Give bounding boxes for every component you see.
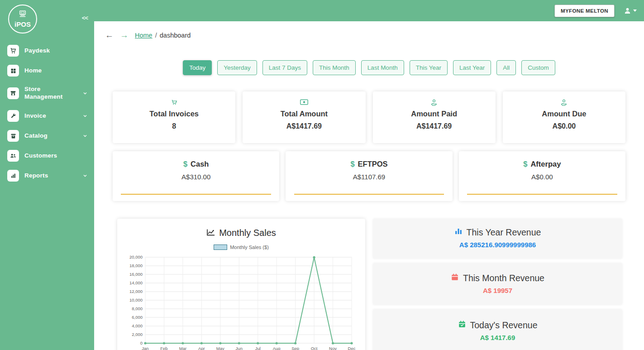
chevron-down-icon [633,10,637,12]
svg-text:12,000: 12,000 [129,289,143,294]
svg-text:8,000: 8,000 [132,306,143,311]
stat-value: A$0.00 [503,122,625,130]
chevron-down-icon [82,133,88,139]
topbar: MYFONE MELTON [0,0,644,21]
filter-last-year-button[interactable]: Last Year [453,60,491,75]
accent-underline [294,194,444,195]
svg-text:Dec: Dec [348,346,356,350]
revenue-title: Today's Revenue [373,320,622,331]
revenue-title: This Year Revenue [373,227,622,238]
store-button[interactable]: MYFONE MELTON [554,5,615,17]
filter-custom-button[interactable]: Custom [521,60,555,75]
sidebar-item-reports[interactable]: Reports [0,166,94,186]
amount-paid-card: Amount Paid A$1417.69 [373,91,496,143]
filter-all-button[interactable]: All [496,60,516,75]
stat-value: A$1417.69 [243,122,365,130]
svg-text:0: 0 [140,340,143,345]
svg-text:14,000: 14,000 [129,280,143,285]
sidebar-item-catalog[interactable]: Catalog [0,126,94,146]
filter-last-7-days-button[interactable]: Last 7 Days [262,60,307,75]
stat-title: Amount Due [503,110,625,118]
svg-text:Jan: Jan [142,346,148,350]
accent-underline [467,194,617,195]
eftpos-card: $EFTPOS A$1107.69 [286,151,452,201]
main-content: ← → Home / dashboard Today Yesterday Las… [94,0,644,350]
sidebar-nav: Paydesk Home Store Management Invoice [0,41,94,186]
hand-coin-icon [503,99,625,106]
revenue-value: A$ 1417.69 [373,334,622,341]
store-icon [7,87,19,99]
user-menu-button[interactable] [624,7,637,14]
afterpay-card: $Afterpay A$0.00 [459,151,625,201]
sidebar-item-home[interactable]: Home [0,61,94,81]
legend-swatch [214,245,227,250]
svg-text:Jul: Jul [255,346,261,350]
sidebar-item-label: Paydesk [24,47,50,55]
svg-text:Aug: Aug [273,346,281,350]
svg-text:6,000: 6,000 [132,315,143,320]
filter-this-month-button[interactable]: This Month [313,60,356,75]
sidebar: iPOS << Paydesk Home Store Management [0,0,94,350]
monthly-sales-card: Monthly Sales Monthly Sales ($) 02,0004,… [117,219,365,350]
stat-title: Total Invoices [113,110,235,118]
svg-text:2,000: 2,000 [132,332,143,337]
money-bill-icon [243,99,365,106]
revenue-column: This Year Revenue A$ 285216.90999999986 … [373,219,622,350]
grid-icon [7,65,19,77]
breadcrumb-home-link[interactable]: Home [135,32,153,39]
payment-value: A$1107.69 [286,173,452,181]
bar-chart-icon [454,227,463,238]
chevron-down-icon [82,91,88,96]
stat-title: Total Amount [243,110,365,118]
chart-legend: Monthly Sales ($) [124,245,358,250]
back-arrow-icon[interactable]: ← [105,30,114,40]
filter-this-year-button[interactable]: This Year [410,60,448,75]
logo-text: iPOS [14,21,31,28]
pos-terminal-icon [18,10,28,20]
revenue-value: A$ 285216.90999999986 [373,241,622,249]
payment-value: A$310.00 [113,173,279,181]
date-filter-group: Today Yesterday Last 7 Days This Month L… [94,60,644,75]
chevron-down-icon [82,173,88,178]
stat-title: Amount Paid [373,110,496,118]
sidebar-item-label: Invoice [24,112,46,120]
app-logo[interactable]: iPOS [8,5,37,34]
sidebar-item-label: Customers [24,152,57,160]
svg-text:4,000: 4,000 [132,323,143,328]
stats-row: Total Invoices 8 Total Amount A$1417.69 … [94,91,644,143]
stat-value: A$1417.69 [373,122,496,130]
svg-text:10,000: 10,000 [129,297,143,302]
dollar-icon: $ [350,160,354,168]
chevron-down-icon [82,113,88,119]
payments-row: $Cash A$310.00 $EFTPOS A$1107.69 $Afterp… [94,151,644,201]
cart-icon [7,45,19,57]
calendar-icon [451,273,459,283]
payment-title: $Afterpay [459,160,625,168]
filter-last-month-button[interactable]: Last Month [361,60,404,75]
svg-text:May: May [216,346,224,350]
revenue-value: A$ 19957 [373,287,622,294]
breadcrumb: ← → Home / dashboard [94,21,644,41]
filter-yesterday-button[interactable]: Yesterday [217,60,257,75]
forward-arrow-icon[interactable]: → [120,30,129,40]
line-chart-icon [206,228,215,238]
filter-today-button[interactable]: Today [183,60,212,75]
chart-title-text: Monthly Sales [219,228,276,238]
sidebar-item-paydesk[interactable]: Paydesk [0,41,94,61]
svg-text:Apr: Apr [198,346,205,350]
sidebar-item-customers[interactable]: Customers [0,146,94,166]
sidebar-item-store-management[interactable]: Store Management [0,81,94,106]
payment-title: $EFTPOS [286,160,452,168]
monthly-sales-chart: 02,0004,0006,0008,00010,00012,00014,0001… [124,254,358,350]
sidebar-item-label: Home [24,67,42,75]
payment-value: A$0.00 [459,173,625,181]
dollar-icon: $ [523,160,527,168]
wrench-icon [7,110,19,122]
sidebar-item-label: Reports [24,172,48,180]
total-amount-card: Total Amount A$1417.69 [243,91,365,143]
sidebar-item-invoice[interactable]: Invoice [0,106,94,126]
calendar-check-icon [458,320,466,331]
todays-revenue-card: Today's Revenue A$ 1417.69 [373,309,622,350]
sidebar-collapse-button[interactable]: << [82,14,88,21]
svg-text:18,000: 18,000 [129,263,143,268]
